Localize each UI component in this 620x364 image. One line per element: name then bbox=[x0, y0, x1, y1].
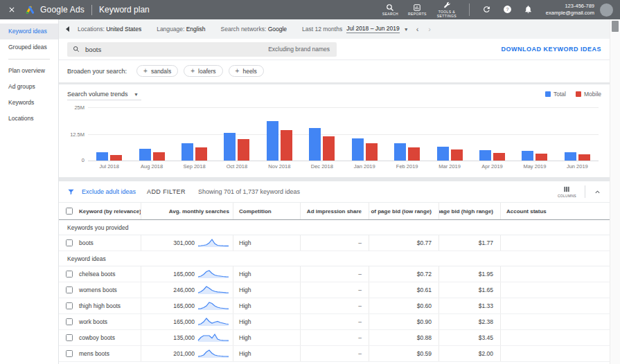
collapse-sidebar-icon[interactable] bbox=[66, 26, 69, 32]
ad-impression-share-cell: – bbox=[300, 346, 369, 361]
broaden-search-row: Broaden your search: +sandals+loafers+he… bbox=[59, 60, 610, 82]
sidebar-item-keywords[interactable]: Keywords bbox=[0, 95, 58, 111]
nav-search-button[interactable]: SEARCH bbox=[382, 3, 398, 17]
chart-header: Search volume trends ▼ TotalMobile bbox=[67, 91, 601, 103]
exclude-adult-ideas-link[interactable]: Exclude adult ideas bbox=[82, 188, 136, 195]
avatar[interactable] bbox=[600, 3, 613, 17]
chart-x-label: Nov 2018 bbox=[258, 163, 301, 170]
table-row-chelsea-boots: chelsea boots165,000High–$0.72$1.95 bbox=[59, 266, 610, 282]
bar-total-jul-2018 bbox=[96, 152, 108, 161]
chart-bar-group-mar-2019 bbox=[428, 107, 470, 161]
select-all-checkbox[interactable] bbox=[66, 208, 73, 215]
top-bid-high-cell: $1.77 bbox=[439, 235, 500, 251]
broaden-chip-heels[interactable]: +heels bbox=[229, 65, 264, 77]
keyword-text: chelsea boots bbox=[79, 271, 115, 277]
keyword-search-input[interactable] bbox=[85, 46, 268, 53]
search-volume-trends-card: Search volume trends ▼ TotalMobile 25M 1… bbox=[59, 84, 610, 177]
row-checkbox[interactable] bbox=[66, 302, 73, 309]
columns-button[interactable]: COLUMNS bbox=[558, 185, 576, 198]
row-checkbox[interactable] bbox=[66, 286, 73, 293]
collapse-panel-chevron-up-icon[interactable] bbox=[594, 188, 601, 196]
date-dropdown-caret-icon[interactable]: ▼ bbox=[404, 27, 409, 32]
column-header-top-of-page-bid-low-range[interactable]: Top of page bid (low range) bbox=[369, 203, 439, 219]
sidebar-item-plan-overview[interactable]: Plan overview bbox=[0, 63, 58, 79]
scrollbar-thumb[interactable] bbox=[612, 21, 619, 32]
row-checkbox[interactable] bbox=[66, 350, 73, 357]
sidebar-item-keyword-ideas[interactable]: Keyword ideas bbox=[0, 24, 58, 39]
setting-search-networks[interactable]: Search networks: Google bbox=[221, 26, 287, 33]
chart-x-label: Feb 2019 bbox=[386, 163, 428, 170]
avg-searches-value: 135,000 bbox=[173, 334, 195, 341]
top-bid-high-cell: $1.95 bbox=[439, 266, 500, 282]
row-checkbox[interactable] bbox=[66, 318, 73, 325]
search-trend-sparkline bbox=[197, 333, 229, 343]
add-filter-button[interactable]: ADD FILTER bbox=[147, 188, 186, 195]
ad-impression-share-cell: – bbox=[300, 314, 369, 329]
chart-bar-group-dec-2018 bbox=[301, 107, 343, 161]
account-info[interactable]: 123-456-789 example@gmail.com bbox=[546, 3, 594, 17]
broaden-chip-sandals[interactable]: +sandals bbox=[136, 65, 178, 77]
setting-locations[interactable]: Locations: United States bbox=[78, 26, 141, 33]
y-tick-0: 0 bbox=[82, 157, 85, 163]
appbar-separator bbox=[91, 5, 92, 15]
broaden-chips: +sandals+loafers+heels bbox=[136, 65, 269, 77]
chart-x-label: Jun 2019 bbox=[556, 163, 599, 170]
table-body: Keywords you providedboots301,000High–$0… bbox=[59, 220, 610, 362]
column-header-keyword-by-relevance[interactable]: Keyword (by relevance)↓ bbox=[59, 203, 141, 219]
column-header-top-of-page-bid-high-range[interactable]: Top of page bid (high range) bbox=[439, 203, 500, 219]
chart-x-label: Apr 2019 bbox=[471, 163, 513, 170]
plan-settings-bar: Locations: United StatesLanguage: Englis… bbox=[59, 19, 610, 39]
settings-items: Locations: United StatesLanguage: Englis… bbox=[78, 26, 302, 33]
row-checkbox[interactable] bbox=[66, 239, 73, 246]
account-status-cell bbox=[500, 235, 610, 251]
sidebar-item-grouped-ideas[interactable]: Grouped ideas bbox=[0, 39, 58, 55]
sidebar-item-locations[interactable]: Locations bbox=[0, 111, 58, 127]
avg-searches-value: 165,000 bbox=[173, 318, 195, 325]
top-bid-high-cell: $2.00 bbox=[439, 346, 500, 361]
table-row-work-boots: work boots165,000High–$0.90$2.38 bbox=[59, 314, 610, 330]
chart-x-label: Jul 2018 bbox=[88, 163, 130, 170]
column-header-competition[interactable]: Competition bbox=[233, 203, 300, 219]
notifications-bell-icon[interactable] bbox=[524, 5, 533, 15]
bar-mobile-aug-2018 bbox=[153, 152, 165, 161]
search-trend-sparkline bbox=[197, 317, 229, 327]
refresh-icon[interactable] bbox=[482, 5, 492, 15]
column-header-account-status[interactable]: Account status bbox=[500, 203, 610, 219]
date-range-value[interactable]: Jul 2018 – Jun 2019 bbox=[346, 25, 400, 33]
bar-mobile-jun-2019 bbox=[578, 154, 590, 161]
bar-total-apr-2019 bbox=[479, 150, 491, 161]
broaden-chip-loafers[interactable]: +loafers bbox=[184, 65, 222, 77]
chart-type-dropdown[interactable]: Search volume trends ▼ bbox=[67, 91, 141, 100]
bar-mobile-nov-2018 bbox=[281, 130, 292, 161]
table-row-boots: boots301,000High–$0.77$1.77 bbox=[59, 235, 610, 251]
table-row-cowboy-boots: cowboy boots135,000High–$0.88$3.45 bbox=[59, 330, 610, 346]
app-bar: Google Ads Keyword plan SEARCHREPORTSTOO… bbox=[0, 0, 620, 19]
help-icon[interactable]: ? bbox=[503, 5, 513, 15]
bar-mobile-feb-2019 bbox=[408, 147, 420, 161]
keyword-text: boots bbox=[79, 239, 94, 246]
avg-monthly-searches-cell: 165,000 bbox=[141, 314, 233, 329]
product-name: Google Ads bbox=[40, 5, 85, 15]
appbar-actions: SEARCHREPORTSTOOLS & SETTINGS ? 123-456-… bbox=[378, 1, 613, 19]
previous-period-icon[interactable]: ‹ bbox=[416, 26, 419, 33]
nav-tools-settings-button[interactable]: TOOLS & SETTINGS bbox=[436, 1, 457, 19]
date-range-preset: Last 12 months bbox=[302, 26, 342, 33]
setting-language[interactable]: Language: English bbox=[157, 26, 205, 33]
top-bid-low-cell: $0.88 bbox=[369, 330, 439, 345]
close-icon[interactable] bbox=[7, 5, 17, 15]
next-period-icon[interactable]: › bbox=[428, 26, 431, 33]
sidebar-item-ad-groups[interactable]: Ad groups bbox=[0, 79, 58, 95]
column-header-ad-impression-share[interactable]: Ad impression share bbox=[300, 203, 369, 219]
top-bid-low-cell: $0.90 bbox=[369, 314, 439, 329]
top-bid-low-cell: $0.60 bbox=[369, 298, 439, 313]
chart-bar-group-jun-2019 bbox=[556, 107, 599, 161]
keyword-text: thigh high boots bbox=[79, 302, 121, 309]
row-checkbox[interactable] bbox=[66, 334, 73, 341]
column-header-avg-monthly-searches[interactable]: Avg. monthly searches bbox=[141, 203, 233, 219]
download-keyword-ideas-button[interactable]: DOWNLOAD KEYWORD IDEAS bbox=[502, 46, 602, 53]
table-row-womens-boots: womens boots246,000High–$0.61$1.65 bbox=[59, 282, 610, 298]
avg-searches-value: 165,000 bbox=[173, 271, 195, 277]
row-checkbox[interactable] bbox=[66, 271, 73, 277]
keyword-cell: chelsea boots bbox=[59, 266, 141, 282]
nav-reports-button[interactable]: REPORTS bbox=[408, 3, 427, 17]
